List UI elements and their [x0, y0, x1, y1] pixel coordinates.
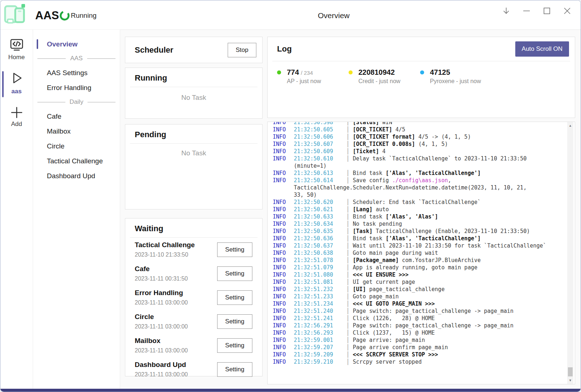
- running-spinner-icon: [59, 10, 70, 21]
- log-entry: INFO21:32:50.614 │ Save config ./config\…: [268, 177, 564, 199]
- log-entry: INFO21:32:59.210 │ Scrcpy server stopped: [268, 358, 564, 366]
- nav-section-label: AAS: [70, 55, 82, 62]
- divider: [130, 87, 257, 87]
- waiting-task-row: Cafe 2023-11-11 00:31:50 Setting: [125, 262, 262, 286]
- close-button[interactable]: [559, 3, 576, 19]
- log-scrollbar[interactable]: ▲ ▼: [567, 122, 573, 384]
- waiting-panel: Waiting Tactical Challenge 2023-11-10 21…: [125, 218, 263, 376]
- nav-item-label: Error Handling: [47, 84, 92, 92]
- nav-item-cafe[interactable]: Cafe: [33, 109, 120, 124]
- minimize-to-tray-button[interactable]: [498, 3, 515, 19]
- nav-item-label: Circle: [47, 142, 65, 150]
- waiting-task-row: Dashboard Upd 2023-11-11 03:00:00 Settin…: [125, 358, 262, 381]
- setting-button[interactable]: Setting: [217, 362, 252, 377]
- nav-item-tactical-challenge[interactable]: Tactical Challenge: [33, 154, 120, 168]
- page-title: Overview: [318, 11, 350, 20]
- log-entry: INFO21:32:50.605 │ [OCR_TICKET] 4/5: [268, 126, 564, 133]
- stat-value: 774: [287, 68, 299, 77]
- scroll-up-icon[interactable]: ▲: [567, 124, 573, 127]
- log-panel: Log Auto Scroll ON 774 / 234 AP - just n…: [267, 37, 575, 118]
- scheduler-status-text: Running: [71, 12, 97, 20]
- setting-button[interactable]: Setting: [217, 290, 252, 305]
- nav-item-overview[interactable]: Overview: [33, 37, 120, 52]
- app-rail: Home aas Add: [0, 29, 33, 389]
- running-empty-text: No Task: [125, 94, 262, 102]
- log-entry: INFO21:32:59.001 │ Page arrive: page_mai…: [268, 336, 564, 344]
- play-icon: [9, 70, 24, 86]
- running-panel: Running No Task: [125, 68, 263, 119]
- rail-item-aas[interactable]: aas: [0, 70, 33, 97]
- rail-home-label: Home: [8, 54, 25, 61]
- nav-item-label: Tactical Challenge: [47, 157, 103, 165]
- nav-section-label: Daily: [70, 98, 84, 106]
- down-arrow-icon: [502, 7, 511, 15]
- log-entry: INFO21:32:59.209 │ <<< SCRCPY SERVER STO…: [268, 351, 564, 358]
- nav-item-aas-settings[interactable]: AAS Settings: [33, 65, 120, 80]
- setting-button[interactable]: Setting: [217, 338, 252, 353]
- plus-icon: [10, 107, 23, 118]
- nav-item-dashboard-upd[interactable]: Dashboard Upd: [33, 168, 120, 183]
- scrollbar-thumb[interactable]: [568, 367, 573, 376]
- nav-menu: Overview AAS AAS Settings Error Handling…: [33, 29, 120, 389]
- log-entry: INFO21:32:51.079 │ App is already runnin…: [268, 264, 564, 271]
- waiting-task-row: Mailbox 2023-11-11 03:00:00 Setting: [125, 334, 262, 358]
- nav-item-circle[interactable]: Circle: [33, 139, 120, 154]
- nav-item-label: Cafe: [47, 113, 61, 121]
- log-entry: INFO21:32:51.240 │ Page switch: page_tac…: [268, 307, 564, 315]
- minimize-button[interactable]: [518, 3, 535, 19]
- stat-suffix: / 234: [301, 70, 313, 76]
- log-entry: INFO21:32:51.081 │ UI get current page: [268, 278, 564, 286]
- ap-dot-icon: [277, 70, 281, 74]
- waiting-task-time: 2023-11-11 03:00:00: [135, 371, 188, 378]
- log-entry: INFO21:32:50.607 │ [OCR_TICKET 0.008s] (…: [268, 140, 564, 148]
- stat-value: 47125: [430, 68, 450, 77]
- waiting-task-row: Error Handling 2023-11-11 03:00:00 Setti…: [125, 286, 262, 310]
- log-entry: INFO21:32:50.621 │ [Lang] auto: [268, 206, 564, 213]
- rail-item-add[interactable]: Add: [0, 107, 33, 128]
- stat-credit: 220810942 Credit - just now: [349, 68, 420, 85]
- log-entry: INFO21:32:51.234 │ <<< UI GOTO PAGE_MAIN…: [268, 300, 564, 307]
- nav-section-daily: Daily: [33, 95, 120, 109]
- stat-ap: 774 / 234 AP - just now: [277, 68, 349, 85]
- scroll-down-icon[interactable]: ▼: [567, 379, 573, 382]
- log-entry: INFO21:32:56.293 │ Click (1237, 15) @ HO…: [268, 329, 564, 336]
- pending-empty-text: No Task: [125, 149, 262, 157]
- log-entry: INFO21:32:50.620 │ Scheduler: End task `…: [268, 199, 564, 206]
- credit-dot-icon: [349, 70, 353, 74]
- stop-button[interactable]: Stop: [228, 43, 256, 57]
- scheduler-title: Scheduler: [135, 45, 173, 55]
- nav-item-mailbox[interactable]: Mailbox: [33, 124, 120, 139]
- waiting-task-name: Tactical Challenge: [135, 241, 195, 249]
- nav-item-label: Mailbox: [47, 127, 70, 135]
- setting-button[interactable]: Setting: [217, 242, 252, 257]
- log-entry: INFO21:32:50.598 │ [Status] WIN: [268, 122, 564, 126]
- stat-pyroxene: 47125 Pyroxene - just now: [420, 68, 492, 85]
- setting-button[interactable]: Setting: [217, 266, 252, 281]
- rail-aas-label: aas: [11, 88, 21, 95]
- log-entry: INFO21:32:50.635 │ [Task] TacticalChalle…: [268, 228, 564, 235]
- setting-button[interactable]: Setting: [217, 314, 252, 329]
- log-output-panel[interactable]: INFO21:32:50.598 │ [Status] WININFO21:32…: [267, 122, 575, 384]
- log-entry: INFO21:32:51.080 │ <<< UI ENSURE >>>: [268, 271, 564, 278]
- auto-scroll-button[interactable]: Auto Scroll ON: [515, 41, 569, 57]
- waiting-task-time: 2023-11-10 21:33:50: [135, 252, 195, 258]
- active-indicator: [2, 71, 4, 97]
- waiting-task-time: 2023-11-11 03:00:00: [135, 323, 188, 330]
- main-content: Scheduler Stop Running No Task Pending N…: [120, 29, 581, 389]
- log-entry: INFO21:32:50.636 │ Bind task ['Alas', 'T…: [268, 235, 564, 242]
- log-entry: INFO21:32:50.606 │ [OCR_TICKET format] 4…: [268, 133, 564, 140]
- window-controls: [498, 3, 576, 19]
- pending-title: Pending: [135, 130, 253, 139]
- waiting-task-name: Mailbox: [135, 337, 188, 345]
- maximize-button[interactable]: [539, 3, 555, 19]
- log-entry: INFO21:32:50.610 │ Delay task `TacticalC…: [268, 155, 564, 170]
- waiting-title: Waiting: [135, 224, 253, 233]
- waiting-task-row: Circle 2023-11-11 03:00:00 Setting: [125, 310, 262, 334]
- close-icon: [563, 7, 571, 15]
- waiting-task-time: 2023-11-11 00:31:50: [135, 275, 188, 282]
- waiting-task-name: Cafe: [135, 265, 188, 273]
- nav-section-aas: AAS: [33, 52, 120, 65]
- log-entry: INFO21:32:50.638 │ Goto main page during…: [268, 249, 564, 257]
- rail-item-home[interactable]: Home: [0, 38, 33, 61]
- nav-item-error-handling[interactable]: Error Handling: [33, 80, 120, 95]
